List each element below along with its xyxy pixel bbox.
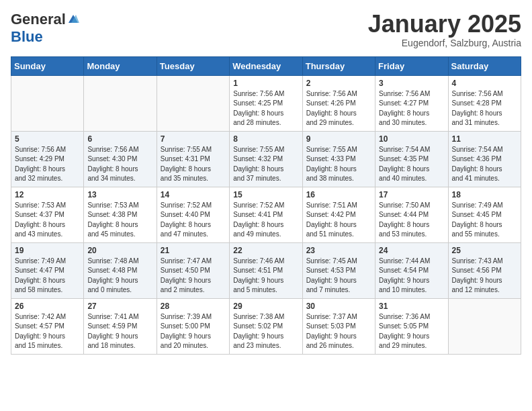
day-cell-8: 8Sunrise: 7:55 AMSunset: 4:32 PMDaylight… [230, 131, 302, 187]
day-cell-empty [448, 298, 521, 354]
calendar-week-row: 12Sunrise: 7:53 AMSunset: 4:37 PMDayligh… [11, 187, 521, 242]
day-info: Sunrise: 7:46 AMSunset: 4:51 PMDaylight:… [233, 257, 298, 295]
day-cell-27: 27Sunrise: 7:41 AMSunset: 4:59 PMDayligh… [84, 298, 157, 354]
day-info: Sunrise: 7:56 AMSunset: 4:25 PMDaylight:… [233, 89, 298, 128]
day-number: 1 [233, 79, 298, 88]
page-header: General Blue January 2025 Eugendorf, Sal… [11, 11, 521, 48]
day-info: Sunrise: 7:48 AMSunset: 4:48 PMDaylight:… [87, 257, 152, 295]
day-number: 4 [452, 79, 517, 88]
day-info: Sunrise: 7:56 AMSunset: 4:28 PMDaylight:… [452, 89, 517, 128]
day-info: Sunrise: 7:53 AMSunset: 4:38 PMDaylight:… [87, 201, 152, 240]
day-info: Sunrise: 7:50 AMSunset: 4:44 PMDaylight:… [379, 201, 444, 240]
day-number: 13 [87, 190, 152, 199]
day-cell-3: 3Sunrise: 7:56 AMSunset: 4:27 PMDaylight… [375, 75, 448, 131]
logo: General Blue [11, 11, 79, 46]
day-cell-10: 10Sunrise: 7:54 AMSunset: 4:35 PMDayligh… [375, 131, 448, 187]
day-number: 20 [87, 246, 152, 255]
day-info: Sunrise: 7:53 AMSunset: 4:37 PMDaylight:… [15, 201, 80, 240]
day-number: 22 [233, 246, 298, 255]
day-cell-20: 20Sunrise: 7:48 AMSunset: 4:48 PMDayligh… [84, 242, 157, 298]
day-number: 30 [306, 302, 371, 311]
day-cell-9: 9Sunrise: 7:55 AMSunset: 4:33 PMDaylight… [302, 131, 375, 187]
calendar-week-row: 19Sunrise: 7:49 AMSunset: 4:47 PMDayligh… [11, 242, 521, 298]
day-info: Sunrise: 7:47 AMSunset: 4:50 PMDaylight:… [161, 257, 226, 295]
day-cell-11: 11Sunrise: 7:54 AMSunset: 4:36 PMDayligh… [448, 131, 521, 187]
day-number: 5 [15, 134, 80, 144]
day-cell-7: 7Sunrise: 7:55 AMSunset: 4:31 PMDaylight… [157, 131, 229, 187]
weekday-header-monday: Monday [84, 56, 157, 75]
day-cell-1: 1Sunrise: 7:56 AMSunset: 4:25 PMDaylight… [230, 75, 302, 131]
day-cell-empty [157, 75, 229, 131]
day-cell-empty [11, 75, 84, 131]
day-number: 31 [379, 302, 444, 311]
day-cell-16: 16Sunrise: 7:51 AMSunset: 4:42 PMDayligh… [302, 187, 375, 242]
day-number: 15 [233, 190, 298, 199]
day-number: 18 [452, 190, 517, 199]
day-cell-24: 24Sunrise: 7:44 AMSunset: 4:54 PMDayligh… [375, 242, 448, 298]
calendar-week-row: 26Sunrise: 7:42 AMSunset: 4:57 PMDayligh… [11, 298, 521, 354]
weekday-header-thursday: Thursday [302, 56, 375, 75]
day-cell-2: 2Sunrise: 7:56 AMSunset: 4:26 PMDaylight… [302, 75, 375, 131]
day-info: Sunrise: 7:55 AMSunset: 4:33 PMDaylight:… [306, 145, 371, 184]
day-info: Sunrise: 7:56 AMSunset: 4:30 PMDaylight:… [87, 145, 152, 184]
day-cell-30: 30Sunrise: 7:37 AMSunset: 5:03 PMDayligh… [302, 298, 375, 354]
day-cell-18: 18Sunrise: 7:49 AMSunset: 4:45 PMDayligh… [448, 187, 521, 242]
weekday-header-saturday: Saturday [448, 56, 521, 75]
day-cell-14: 14Sunrise: 7:52 AMSunset: 4:40 PMDayligh… [157, 187, 229, 242]
weekday-header-wednesday: Wednesday [230, 56, 302, 75]
day-number: 6 [87, 134, 152, 144]
day-info: Sunrise: 7:52 AMSunset: 4:40 PMDaylight:… [161, 201, 226, 240]
day-number: 10 [379, 134, 444, 144]
day-cell-17: 17Sunrise: 7:50 AMSunset: 4:44 PMDayligh… [375, 187, 448, 242]
day-info: Sunrise: 7:51 AMSunset: 4:42 PMDaylight:… [306, 201, 371, 240]
day-cell-5: 5Sunrise: 7:56 AMSunset: 4:29 PMDaylight… [11, 131, 84, 187]
day-info: Sunrise: 7:54 AMSunset: 4:36 PMDaylight:… [452, 145, 517, 184]
day-number: 26 [15, 302, 80, 311]
day-number: 14 [161, 190, 226, 199]
day-cell-13: 13Sunrise: 7:53 AMSunset: 4:38 PMDayligh… [84, 187, 157, 242]
day-info: Sunrise: 7:39 AMSunset: 5:00 PMDaylight:… [161, 312, 226, 351]
day-cell-15: 15Sunrise: 7:52 AMSunset: 4:41 PMDayligh… [230, 187, 302, 242]
logo-icon [67, 13, 79, 26]
day-cell-empty [84, 75, 157, 131]
day-info: Sunrise: 7:56 AMSunset: 4:29 PMDaylight:… [15, 145, 80, 184]
logo-general-text: General [11, 11, 66, 28]
day-cell-12: 12Sunrise: 7:53 AMSunset: 4:37 PMDayligh… [11, 187, 84, 242]
day-info: Sunrise: 7:52 AMSunset: 4:41 PMDaylight:… [233, 201, 298, 240]
day-info: Sunrise: 7:37 AMSunset: 5:03 PMDaylight:… [306, 312, 371, 351]
calendar-week-row: 1Sunrise: 7:56 AMSunset: 4:25 PMDaylight… [11, 75, 521, 131]
calendar-table: SundayMondayTuesdayWednesdayThursdayFrid… [11, 56, 521, 355]
day-cell-19: 19Sunrise: 7:49 AMSunset: 4:47 PMDayligh… [11, 242, 84, 298]
day-info: Sunrise: 7:49 AMSunset: 4:47 PMDaylight:… [15, 257, 80, 295]
day-number: 7 [161, 134, 226, 144]
day-info: Sunrise: 7:36 AMSunset: 5:05 PMDaylight:… [379, 312, 444, 351]
day-cell-21: 21Sunrise: 7:47 AMSunset: 4:50 PMDayligh… [157, 242, 229, 298]
day-info: Sunrise: 7:54 AMSunset: 4:35 PMDaylight:… [379, 145, 444, 184]
day-number: 21 [161, 246, 226, 255]
day-number: 12 [15, 190, 80, 199]
day-cell-29: 29Sunrise: 7:38 AMSunset: 5:02 PMDayligh… [230, 298, 302, 354]
day-info: Sunrise: 7:42 AMSunset: 4:57 PMDaylight:… [15, 312, 80, 351]
weekday-header-friday: Friday [375, 56, 448, 75]
day-info: Sunrise: 7:56 AMSunset: 4:26 PMDaylight:… [306, 89, 371, 128]
day-info: Sunrise: 7:49 AMSunset: 4:45 PMDaylight:… [452, 201, 517, 240]
logo-blue-text: Blue [11, 28, 43, 46]
day-cell-25: 25Sunrise: 7:43 AMSunset: 4:56 PMDayligh… [448, 242, 521, 298]
day-cell-22: 22Sunrise: 7:46 AMSunset: 4:51 PMDayligh… [230, 242, 302, 298]
day-number: 29 [233, 302, 298, 311]
day-info: Sunrise: 7:45 AMSunset: 4:53 PMDaylight:… [306, 257, 371, 295]
month-title: January 2025 [368, 11, 521, 38]
day-cell-23: 23Sunrise: 7:45 AMSunset: 4:53 PMDayligh… [302, 242, 375, 298]
day-number: 11 [452, 134, 517, 144]
day-number: 25 [452, 246, 517, 255]
day-number: 24 [379, 246, 444, 255]
day-cell-4: 4Sunrise: 7:56 AMSunset: 4:28 PMDaylight… [448, 75, 521, 131]
location-subtitle: Eugendorf, Salzburg, Austria [368, 38, 521, 48]
day-cell-28: 28Sunrise: 7:39 AMSunset: 5:00 PMDayligh… [157, 298, 229, 354]
day-info: Sunrise: 7:55 AMSunset: 4:32 PMDaylight:… [233, 145, 298, 184]
day-number: 2 [306, 79, 371, 88]
weekday-header-sunday: Sunday [11, 56, 84, 75]
weekday-header-tuesday: Tuesday [157, 56, 229, 75]
title-block: January 2025 Eugendorf, Salzburg, Austri… [368, 11, 521, 48]
day-number: 23 [306, 246, 371, 255]
